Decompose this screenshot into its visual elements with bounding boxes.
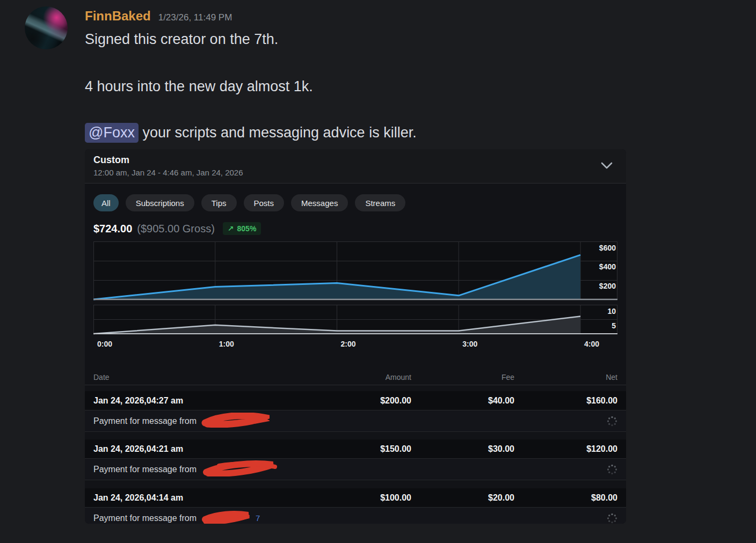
user-avatar[interactable] [25, 6, 68, 49]
ytick-600: $600 [599, 244, 616, 252]
cell-net: $120.00 [514, 444, 617, 454]
tab-tips[interactable]: Tips [201, 194, 237, 211]
transaction-description-row: Payment for message from [85, 459, 626, 480]
earnings-summary: $724.00 ($905.00 Gross) ↗ 805% [93, 222, 261, 235]
transaction-description-row: Payment for message from 7 [85, 508, 626, 524]
redacted-name-fragment: 7 [256, 513, 260, 523]
transaction-description-row: Payment for message from [85, 410, 626, 432]
description-text: Payment for message from [93, 513, 197, 523]
discord-message: FinnBaked 1/23/26, 11:49 PM Signed this … [0, 0, 756, 543]
tab-all[interactable]: All [93, 194, 119, 211]
description-text: Payment for message from [93, 465, 197, 474]
tab-streams[interactable]: Streams [355, 194, 405, 211]
cell-net: $160.00 [514, 396, 617, 406]
table-header: Date Amount Fee Net [85, 369, 626, 385]
message-header: FinnBaked 1/23/26, 11:49 PM [85, 9, 232, 24]
table-row: Jan 24, 2026,04:21 am $150.00 $30.00 $12… [85, 439, 626, 480]
message-line-2: 4 hours into the new day almost 1k. [85, 78, 313, 95]
table-row: Jan 24, 2026,04:14 am $100.00 $20.00 $80… [85, 488, 626, 524]
tab-subscriptions[interactable]: Subscriptions [126, 194, 194, 211]
date-range-title: Custom [93, 155, 617, 166]
cell-fee: $30.00 [411, 444, 514, 454]
cell-amount: $100.00 [304, 493, 411, 503]
cell-fee: $40.00 [411, 396, 514, 406]
cell-date: Jan 24, 2026,04:21 am [93, 444, 304, 454]
gross-earnings: ($905.00 Gross) [137, 223, 215, 235]
message-line-3-text: your scripts and messaging advice is kil… [142, 124, 416, 141]
transaction-row: Jan 24, 2026,04:21 am $150.00 $30.00 $12… [85, 439, 626, 459]
trend-up-icon: ↗ [228, 224, 234, 233]
cell-net: $80.00 [514, 493, 617, 503]
header-net: Net [514, 373, 617, 381]
username[interactable]: FinnBaked [85, 9, 151, 24]
xtick-0: 0:00 [97, 340, 112, 348]
loading-spinner-icon [607, 513, 617, 524]
date-range-value: 12:00 am, Jan 24 - 4:46 am, Jan 24, 2026 [93, 168, 617, 177]
xtick-3: 3:00 [462, 340, 477, 348]
net-earnings: $724.00 [93, 223, 132, 235]
loading-spinner-icon [607, 416, 617, 427]
table-row: Jan 24, 2026,04:27 am $200.00 $40.00 $16… [85, 391, 626, 432]
message-line-1: Signed this creator on the 7th. [85, 31, 278, 48]
header-amount: Amount [304, 373, 411, 381]
chevron-down-icon[interactable] [600, 162, 613, 170]
ytick-5: 5 [612, 321, 616, 330]
header-date: Date [93, 373, 304, 381]
message-line-3: @Foxx your scripts and messaging advice … [85, 124, 417, 141]
cell-fee: $20.00 [411, 493, 514, 503]
loading-spinner-icon [607, 464, 617, 475]
description-text: Payment for message from [93, 416, 197, 426]
xtick-4: 4:00 [584, 340, 599, 348]
filter-tabs: All Subscriptions Tips Posts Messages St… [93, 194, 405, 211]
cell-date: Jan 24, 2026,04:27 am [93, 396, 304, 406]
cell-date: Jan 24, 2026,04:14 am [93, 493, 304, 503]
ytick-200: $200 [599, 282, 616, 290]
user-mention[interactable]: @Foxx [85, 123, 139, 143]
date-range-header[interactable]: Custom 12:00 am, Jan 24 - 4:46 am, Jan 2… [85, 149, 626, 184]
growth-badge: ↗ 805% [223, 222, 261, 235]
xtick-2: 2:00 [341, 340, 356, 348]
header-fee: Fee [411, 373, 514, 381]
ytick-400: $400 [599, 262, 616, 271]
transaction-row: Jan 24, 2026,04:27 am $200.00 $40.00 $16… [85, 391, 626, 410]
tab-posts[interactable]: Posts [244, 194, 285, 211]
message-timestamp: 1/23/26, 11:49 PM [158, 12, 232, 23]
statements-screenshot-embed[interactable]: Custom 12:00 am, Jan 24 - 4:46 am, Jan 2… [85, 149, 626, 524]
redaction-scribble [201, 510, 255, 524]
redaction-scribble [201, 460, 279, 479]
cell-amount: $200.00 [304, 396, 411, 406]
redaction-scribble [201, 413, 270, 430]
earnings-chart: $600 $400 $200 10 [93, 241, 617, 349]
transaction-row: Jan 24, 2026,04:14 am $100.00 $20.00 $80… [85, 488, 626, 508]
growth-percent: 805% [237, 224, 257, 233]
tab-messages[interactable]: Messages [291, 194, 348, 211]
cell-amount: $150.00 [304, 444, 411, 454]
xtick-1: 1:00 [219, 340, 234, 348]
ytick-10: 10 [607, 307, 616, 315]
